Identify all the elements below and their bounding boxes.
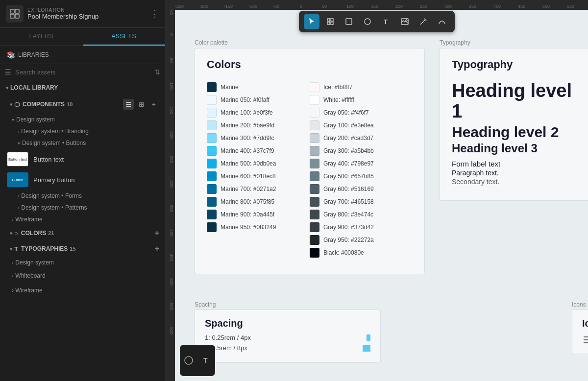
frame-tool-button[interactable] bbox=[322, 14, 338, 29]
colors-chevron: ▾ bbox=[10, 231, 12, 236]
svg-rect-5 bbox=[331, 19, 333, 21]
marine-swatch bbox=[207, 82, 217, 92]
app-logo bbox=[6, 5, 24, 23]
primary-button-item[interactable]: Button Primary button bbox=[0, 169, 165, 190]
marine-100-label: Marine 100: #e0f3fe bbox=[220, 109, 273, 116]
black-label: Black: #00080e bbox=[323, 249, 364, 256]
marine-600-swatch bbox=[207, 171, 217, 181]
button-text-item[interactable]: Button text Button text bbox=[0, 149, 165, 169]
components-header[interactable]: ▾ ⬡ COMPONENTS 10 ☰ ⊞ + bbox=[0, 95, 165, 114]
white-label: White: #ffffff bbox=[323, 96, 354, 103]
typographies-header[interactable]: ▾ T TYPOGRAPHIES 15 + bbox=[0, 241, 165, 257]
sidebar-menu-icon[interactable]: ⋮ bbox=[150, 8, 159, 19]
typo-icon: T bbox=[14, 245, 18, 253]
list-view-icon[interactable]: ☰ bbox=[123, 99, 134, 110]
color-row-gray-900: Gray 900: #373d42 bbox=[310, 221, 413, 234]
menu-icon: ☰ bbox=[5, 68, 11, 76]
text-tool-button[interactable]: T bbox=[378, 14, 394, 29]
wireframe-item[interactable]: › Wireframe bbox=[0, 283, 165, 298]
color-row-gray-100: Gray 100: #e3e8ea bbox=[310, 119, 413, 132]
paragraph-sample: Paragraph text. bbox=[452, 169, 584, 177]
ellipse-tool-button[interactable] bbox=[360, 14, 375, 29]
gray-100-label: Gray 100: #e3e8ea bbox=[323, 122, 374, 129]
image-tool-button[interactable] bbox=[397, 14, 413, 29]
design-system-header[interactable]: ▾ Design system bbox=[0, 114, 165, 125]
forms-header[interactable]: › Design system • Forms bbox=[0, 190, 165, 202]
color-row-gray-300: Gray 300: #a5b4bb bbox=[310, 144, 413, 157]
secondary-sample: Secondary text. bbox=[452, 178, 584, 186]
app-title-group: EXPLORATION Pool Membership Signup bbox=[27, 7, 147, 20]
marine-400-label: Marine 400: #37c7f9 bbox=[220, 147, 274, 154]
spacing-bar-1 bbox=[367, 334, 370, 341]
marine-800-label: Marine 800: #075f85 bbox=[220, 198, 274, 205]
buttons-header[interactable]: ▾ Design system • Buttons bbox=[0, 137, 165, 149]
pen-tool-button[interactable] bbox=[416, 14, 431, 29]
marine-200-swatch bbox=[207, 120, 217, 130]
svg-text:T: T bbox=[203, 357, 208, 364]
ds-typo-header[interactable]: › Design system bbox=[0, 257, 165, 268]
icons-panel: Icons bbox=[572, 310, 588, 354]
ice-label: Ice: #fbf8f7 bbox=[323, 84, 352, 91]
grid-view-icon[interactable]: ⊞ bbox=[136, 99, 147, 110]
heading3-sample: Heading level 3 bbox=[452, 142, 584, 155]
path-tool-button[interactable] bbox=[434, 14, 450, 29]
spacing-row-1: 1: 0.25rem / 4px bbox=[205, 334, 370, 341]
heading1-sample: Heading level 1 bbox=[452, 81, 584, 122]
branding-header[interactable]: › Design system • Branding bbox=[0, 125, 165, 137]
white-swatch bbox=[310, 95, 319, 105]
marine-700-swatch bbox=[207, 184, 217, 194]
svg-rect-0 bbox=[10, 9, 14, 13]
svg-rect-8 bbox=[346, 19, 352, 24]
local-library-header[interactable]: ▾ LOCAL LIBRARY bbox=[0, 80, 165, 95]
sidebar-content: ▾ LOCAL LIBRARY ▾ ⬡ COMPONENTS 10 ☰ ⊞ + … bbox=[0, 80, 165, 381]
ds-chevron: ▾ bbox=[12, 117, 14, 122]
whiteboard-item[interactable]: › Whiteboard bbox=[0, 268, 165, 283]
color-row-marine-900: Marine 900: #0a445f bbox=[207, 208, 310, 221]
cursor-tool-button[interactable] bbox=[304, 14, 319, 29]
icons-grid bbox=[582, 334, 588, 346]
svg-rect-7 bbox=[331, 22, 333, 24]
branding-chevron: › bbox=[18, 129, 19, 134]
gray-400-swatch bbox=[310, 159, 319, 168]
add-component-icon[interactable]: + bbox=[148, 99, 159, 110]
components-icon: ⬡ bbox=[14, 101, 20, 108]
toolbar: T bbox=[299, 11, 455, 32]
tab-layers[interactable]: LAYERS bbox=[0, 28, 83, 46]
color-palette-tab: Color palette bbox=[195, 39, 228, 46]
spacing-row-2: 2: 0.5rem / 8px bbox=[205, 344, 370, 352]
buttons-chevron: ▾ bbox=[18, 141, 20, 146]
view-icons: ☰ ⊞ + bbox=[123, 99, 159, 110]
local-library-chevron: ▾ bbox=[6, 85, 8, 91]
tab-assets[interactable]: ASSETS bbox=[83, 28, 166, 46]
marine-900-label: Marine 900: #0a445f bbox=[220, 211, 274, 218]
canvas-area[interactable]: Color palette Typography Colors Marine M… bbox=[175, 10, 588, 381]
color-row-marine: Marine bbox=[207, 81, 310, 94]
patterns-header[interactable]: › Design system • Patterns bbox=[0, 202, 165, 214]
add-color-button[interactable]: + bbox=[155, 229, 159, 237]
marine-950-swatch bbox=[207, 222, 217, 232]
typography-panel-title: Typography bbox=[452, 58, 584, 71]
colors-header[interactable]: ▾ ○ COLORS 21 + bbox=[0, 225, 165, 241]
heading2-sample: Heading level 2 bbox=[452, 124, 584, 140]
text-bottom-tool[interactable]: T bbox=[199, 354, 213, 367]
ds-typo-chevron: › bbox=[12, 260, 13, 265]
gray-300-swatch bbox=[310, 146, 319, 156]
rectangle-tool-button[interactable] bbox=[341, 14, 357, 29]
marine-label: Marine bbox=[220, 84, 239, 91]
svg-point-18 bbox=[185, 357, 193, 364]
typography-panel: Typography Heading level 1 Heading level… bbox=[440, 48, 588, 201]
form-label-sample: Form label text bbox=[452, 160, 584, 168]
libraries-button[interactable]: 📚 LIBRARIES bbox=[0, 46, 165, 64]
gray-500-swatch bbox=[310, 171, 319, 181]
filter-icon[interactable]: ⇅ bbox=[154, 68, 160, 76]
sidebar-tabs: LAYERS ASSETS bbox=[0, 28, 165, 46]
marine-300-swatch bbox=[207, 133, 217, 143]
gray-900-swatch bbox=[310, 222, 319, 232]
marine-300-label: Marine 300: #7dd9fc bbox=[220, 135, 274, 142]
typography-tab: Typography bbox=[440, 39, 470, 46]
color-row-gray-600: Gray 600: #516169 bbox=[310, 183, 413, 195]
circle-bottom-tool[interactable] bbox=[182, 354, 196, 367]
search-input[interactable] bbox=[15, 69, 150, 76]
add-typo-button[interactable]: + bbox=[155, 245, 159, 253]
wireframe-group-header[interactable]: › Wireframe bbox=[0, 214, 165, 225]
